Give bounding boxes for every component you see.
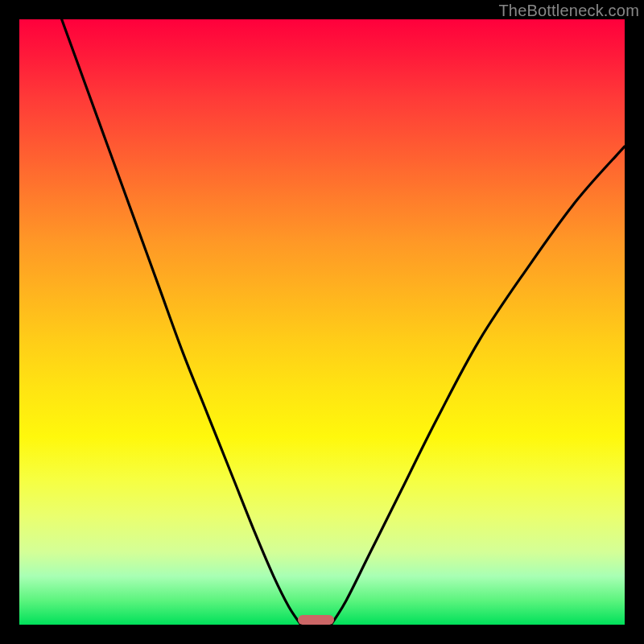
bottleneck-curve xyxy=(19,19,625,625)
outer-frame: TheBottleneck.com xyxy=(0,0,644,644)
cusp-marker xyxy=(298,615,334,625)
curve-right-branch xyxy=(331,147,625,625)
plot-area xyxy=(19,19,625,625)
curve-left-branch xyxy=(62,19,301,625)
watermark-text: TheBottleneck.com xyxy=(498,2,639,20)
